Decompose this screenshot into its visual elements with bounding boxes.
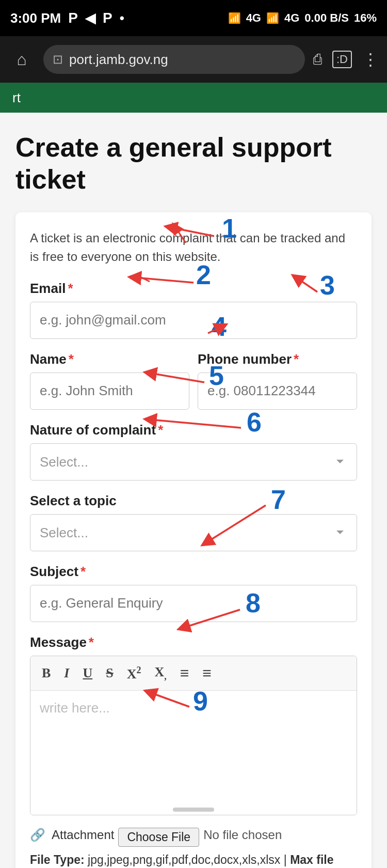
attachment-row: 🔗 Attachment Choose File No file chosen — [30, 828, 357, 847]
name-group: Name* — [30, 351, 189, 410]
nature-select[interactable]: Select... — [30, 443, 357, 481]
battery-indicator: 16% — [354, 11, 377, 25]
phone-input[interactable] — [198, 373, 357, 410]
message-label: Message* — [30, 634, 357, 650]
no-file-text: No file chosen — [203, 828, 282, 842]
site-header-text: rt — [12, 90, 21, 106]
subject-required: * — [80, 564, 86, 579]
message-editor-area[interactable]: write here... — [30, 691, 357, 804]
status-bar-left: 3:00 PM P ◀ P • — [10, 10, 124, 26]
bold-button[interactable]: B — [39, 663, 54, 683]
email-required: * — [68, 281, 73, 296]
browser-url-bar[interactable]: ⊡ port.jamb.gov.ng — [43, 45, 305, 74]
page-content: Create a general support ticket A ticket… — [0, 113, 387, 868]
subject-label: Subject* — [30, 564, 357, 580]
status-bar-right: 📶 4G 📶 4G 0.00 B/S 16% — [228, 11, 377, 25]
file-types: jpg,jpeg,png,gif,pdf,doc,docx,xls,xlsx — [88, 853, 280, 866]
nature-label: Nature of complaint* — [30, 422, 357, 438]
superscript-button[interactable]: X2 — [124, 663, 144, 684]
topic-select[interactable]: Select... — [30, 514, 357, 551]
home-icon: ⌂ — [17, 50, 26, 69]
attachment-label: Attachment — [52, 828, 114, 842]
topic-group: Select a topic Select... — [30, 493, 357, 551]
message-group: Message* B I U S X2 X, ≡ ≡ write here... — [30, 634, 357, 815]
subject-group: Subject* — [30, 564, 357, 622]
signal-icon: 📶 — [228, 12, 241, 24]
data-speed: 0.00 B/S — [304, 11, 349, 25]
status-dot: • — [120, 10, 124, 26]
file-type-info: File Type: jpg,jpeg,png,gif,pdf,doc,docx… — [30, 851, 357, 868]
phone-label: Phone number* — [198, 351, 357, 367]
editor-scrollbar-row — [30, 804, 357, 815]
browser-url-text: port.jamb.gov.ng — [69, 52, 168, 68]
strikethrough-button[interactable]: S — [103, 663, 116, 683]
network-4g2: 4G — [284, 11, 299, 25]
topic-label: Select a topic — [30, 493, 357, 509]
name-required: * — [69, 351, 74, 367]
italic-button[interactable]: I — [61, 663, 72, 683]
file-type-label: File Type: — [30, 853, 85, 866]
attachment-section: 🔗 Attachment Choose File No file chosen … — [30, 828, 357, 868]
phone-group: Phone number* — [198, 351, 357, 410]
email-group: Email* — [30, 281, 357, 339]
unordered-list-button[interactable]: ≡ — [199, 662, 215, 684]
status-arrow: ◀ — [85, 10, 95, 26]
nature-required: * — [158, 422, 163, 438]
browser-home-button[interactable]: ⌂ — [8, 46, 35, 73]
editor-scrollbar — [173, 808, 214, 812]
status-time: 3:00 PM — [10, 10, 61, 26]
status-bar: 3:00 PM P ◀ P • 📶 4G 📶 4G 0.00 B/S 16% — [0, 0, 387, 36]
site-header-bar: rt — [0, 83, 387, 113]
menu-icon[interactable]: ⋮ — [362, 50, 379, 69]
email-input[interactable] — [30, 302, 357, 339]
name-input[interactable] — [30, 373, 189, 410]
form-card: A ticket is an electronic complaint that… — [15, 212, 372, 868]
name-phone-row: Name* Phone number* — [30, 351, 357, 422]
message-placeholder: write here... — [40, 700, 110, 716]
rich-text-editor: B I U S X2 X, ≡ ≡ write here... — [30, 656, 357, 815]
status-p1: P — [68, 10, 78, 26]
browser-toolbar: ⌂ ⊡ port.jamb.gov.ng ⎙ :D ⋮ — [0, 36, 387, 83]
ordered-list-button[interactable]: ≡ — [177, 662, 192, 684]
page-title: Create a general support ticket — [15, 131, 372, 196]
choose-file-button[interactable]: Choose File — [118, 828, 199, 847]
share-icon[interactable]: ⎙ — [313, 51, 322, 68]
security-icon: ⊡ — [53, 52, 63, 67]
phone-required: * — [294, 351, 299, 367]
email-label: Email* — [30, 281, 357, 297]
nature-group: Nature of complaint* Select... — [30, 422, 357, 481]
status-p2: P — [103, 10, 112, 26]
network-4g: 4G — [246, 11, 261, 25]
editor-toolbar: B I U S X2 X, ≡ ≡ — [30, 656, 357, 691]
browser-toolbar-actions: ⎙ :D ⋮ — [313, 50, 379, 69]
subscript-button[interactable]: X, — [152, 662, 170, 684]
form-description: A ticket is an electronic complaint that… — [30, 229, 357, 266]
name-label: Name* — [30, 351, 189, 367]
subject-input[interactable] — [30, 585, 357, 622]
attachment-icon: 🔗 — [30, 828, 45, 842]
underline-button[interactable]: U — [79, 663, 95, 683]
message-required: * — [89, 634, 94, 650]
tab-switcher-icon[interactable]: :D — [332, 51, 352, 68]
signal-icon2: 📶 — [266, 12, 279, 24]
